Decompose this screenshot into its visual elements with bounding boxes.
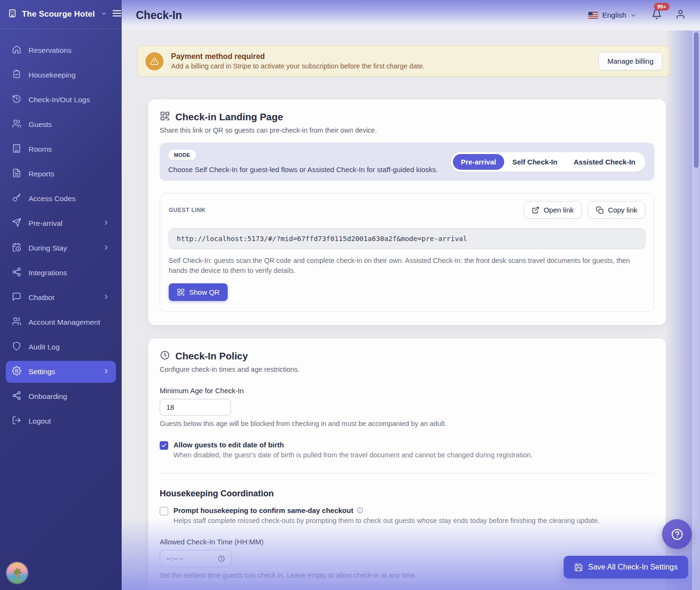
user-menu-button[interactable] [675,9,686,21]
clock-icon[interactable] [218,555,225,562]
card-subtitle: Configure check-in times and age restric… [160,366,654,373]
dob-checkbox-label[interactable]: Allow guests to edit date of birth [173,441,533,449]
checkin-time-label: Allowed Check-In Time (HH:MM) [160,538,654,546]
hotel-switcher[interactable]: The Scourge Hotel [0,0,122,29]
hotel-building-icon [8,9,17,20]
sidebar: The Scourge Hotel Reservations Housekeep… [0,0,122,590]
notifications-button[interactable]: 99+ [652,9,662,21]
checkin-landing-card: Check-in Landing Page Share this link or… [148,99,666,325]
notification-badge: 99+ [654,3,670,10]
sidebar-item-label: Reports [29,170,54,178]
sidebar-item-account-management[interactable]: Account Management [6,311,116,333]
user-icon [675,9,686,19]
save-all-checkin-settings-button[interactable]: Save All Check-In Settings [564,556,688,579]
sidebar-item-pre-arrival[interactable]: Pre-arrival [6,213,116,234]
mode-option-pre-arrival[interactable]: Pre-arrival [453,154,504,170]
dob-checkbox-text: Allow guests to edit date of birth When … [173,441,533,459]
sidebar-item-chatbot[interactable]: Chatbot [6,287,116,309]
scrollbar-thumb[interactable] [694,32,699,168]
mode-option-self-check-in[interactable]: Self Check-In [504,154,566,170]
send-icon [12,218,21,229]
chevron-right-icon [103,293,110,302]
open-link-button[interactable]: Open link [524,201,582,219]
sidebar-item-logout[interactable]: Logout [6,410,116,432]
sidebar-item-label: Reservations [29,46,71,55]
users-icon [12,317,21,328]
scrollbar-track[interactable] [692,30,700,590]
sidebar-item-label: Guests [29,120,52,129]
guest-link-label: GUEST LINK [169,207,206,213]
chevron-right-icon [103,219,110,228]
guest-link-description: Self Check-In: guests scan the QR code a… [169,256,645,276]
banner-text: Payment method required Add a billing ca… [171,52,425,70]
mode-panel: MODE Choose Self Check-In for guest-led … [160,143,654,181]
save-button-label: Save All Check-In Settings [588,563,678,571]
sidebar-item-label: Pre-arrival [29,219,62,228]
app-root: The Scourge Hotel Reservations Housekeep… [0,0,700,590]
card-subtitle: Share this link or QR so guests can pre-… [160,126,654,134]
sidebar-item-checkinout-logs[interactable]: Check-In/Out Logs [6,89,116,111]
guest-link-url[interactable]: http://localhost:5173/#/?mid=67ffd73f011… [169,228,645,249]
language-selector[interactable]: English [588,11,636,19]
show-qr-button[interactable]: Show QR [169,283,228,301]
sidebar-item-label: Access Codes [29,194,76,203]
mode-segmented-control: Pre-arrival Self Check-In Assisted Check… [451,152,646,172]
mode-option-assisted-check-in[interactable]: Assisted Check-In [566,154,643,170]
housekeeping-checkbox[interactable] [160,507,168,515]
checkin-time-value: --:-- -- [166,555,183,562]
qr-code-icon [177,288,185,296]
gear-icon [12,366,21,377]
workspace-avatar[interactable]: 🌴 [7,562,28,583]
dob-checkbox[interactable] [160,441,168,450]
mode-description: Choose Self Check-In for guest-led flows… [168,165,441,174]
sidebar-item-guests[interactable]: Guests [6,114,116,135]
sidebar-item-label: Logout [29,417,51,426]
logout-icon [12,416,21,427]
hotel-name: The Scourge Hotel [22,10,95,19]
sidebar-item-label: Account Management [29,318,100,327]
checkin-policy-card: Check-In Policy Configure check-in times… [148,339,666,590]
housekeeping-checkbox-description: Helps staff complete missed check-outs b… [173,517,600,524]
content-scroll-area: Payment method required Add a billing ca… [122,30,700,590]
section-divider [160,473,654,474]
menu-toggle-icon[interactable] [112,8,122,20]
sidebar-item-settings[interactable]: Settings [6,361,116,383]
housekeeping-checkbox-label[interactable]: Prompt housekeeping to confirm same-day … [173,506,600,514]
info-icon[interactable] [356,507,364,514]
checkin-time-input[interactable]: --:-- -- [160,550,232,567]
min-age-helper: Guests below this age will be blocked fr… [160,420,654,427]
manage-billing-button[interactable]: Manage billing [598,52,662,70]
sidebar-item-housekeeping[interactable]: Housekeeping [6,64,116,86]
bell-icon [652,9,662,19]
sidebar-item-during-stay[interactable]: During Stay [6,237,116,259]
housekeeping-checkbox-row: Prompt housekeeping to confirm same-day … [160,506,654,524]
housekeeping-checkbox-label-text: Prompt housekeeping to confirm same-day … [173,506,353,514]
sidebar-item-reservations[interactable]: Reservations [6,39,116,61]
help-button[interactable] [662,519,692,549]
sidebar-item-audit-log[interactable]: Audit Log [6,336,116,358]
sidebar-item-label: Rooms [29,145,52,154]
min-age-input[interactable] [160,399,231,416]
sidebar-item-label: Onboarding [29,392,67,401]
card-title: Check-in Landing Page [175,111,283,123]
sidebar-item-reports[interactable]: Reports [6,163,116,185]
sidebar-item-rooms[interactable]: Rooms [6,138,116,160]
sidebar-item-access-codes[interactable]: Access Codes [6,188,116,210]
sidebar-item-integrations[interactable]: Integrations [6,262,116,284]
min-age-label: Minimum Age for Check-In [160,387,654,395]
sidebar-item-label: Check-In/Out Logs [29,96,90,104]
card-title: Check-In Policy [175,350,248,362]
housekeeping-checkbox-text: Prompt housekeeping to confirm same-day … [173,506,600,524]
qr-code-icon [160,111,170,123]
copy-link-label: Copy link [608,206,637,214]
warning-triangle-icon [145,52,163,70]
open-link-label: Open link [544,206,574,214]
sidebar-item-label: Housekeeping [29,71,76,79]
sidebar-item-label: During Stay [29,244,67,252]
share-icon [12,267,21,279]
sidebar-nav: Reservations Housekeeping Check-In/Out L… [0,29,122,432]
key-icon [12,193,21,204]
dob-checkbox-description: When disabled, the guest's date of birth… [173,451,533,459]
copy-link-button[interactable]: Copy link [588,201,645,219]
sidebar-item-onboarding[interactable]: Onboarding [6,386,116,407]
